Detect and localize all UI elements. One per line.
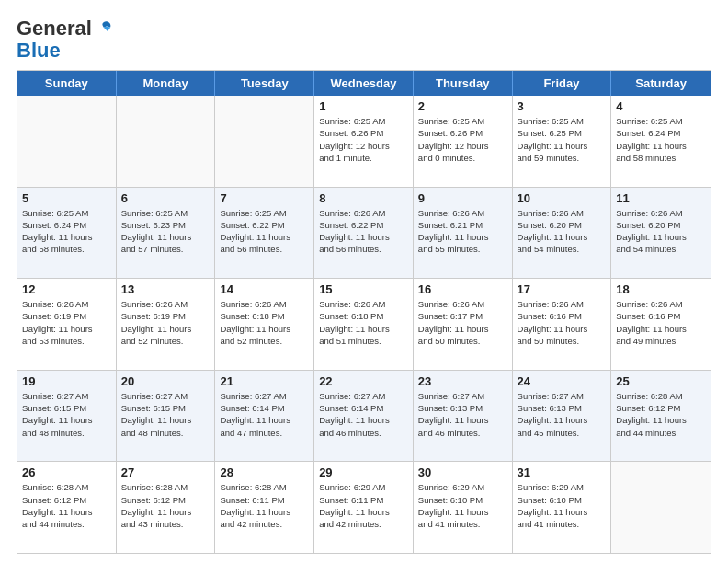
day-info: Sunrise: 6:25 AM Sunset: 6:23 PM Dayligh…: [121, 207, 210, 256]
day-info: Sunrise: 6:26 AM Sunset: 6:18 PM Dayligh…: [319, 298, 408, 347]
day-number: 7: [220, 191, 309, 205]
day-info: Sunrise: 6:27 AM Sunset: 6:13 PM Dayligh…: [518, 390, 607, 439]
empty-cell-4-6: [611, 462, 711, 553]
day-number: 16: [418, 282, 507, 296]
day-cell-8: 8Sunrise: 6:26 AM Sunset: 6:22 PM Daylig…: [314, 188, 414, 279]
day-info: Sunrise: 6:26 AM Sunset: 6:17 PM Dayligh…: [418, 298, 507, 347]
day-cell-29: 29Sunrise: 6:29 AM Sunset: 6:11 PM Dayli…: [314, 462, 414, 553]
day-info: Sunrise: 6:25 AM Sunset: 6:26 PM Dayligh…: [418, 115, 507, 164]
day-info: Sunrise: 6:25 AM Sunset: 6:24 PM Dayligh…: [22, 207, 111, 256]
day-info: Sunrise: 6:29 AM Sunset: 6:10 PM Dayligh…: [518, 481, 607, 530]
logo-bird-icon: [94, 18, 114, 39]
day-number: 19: [22, 374, 111, 388]
day-info: Sunrise: 6:26 AM Sunset: 6:19 PM Dayligh…: [22, 298, 111, 347]
day-cell-7: 7Sunrise: 6:25 AM Sunset: 6:22 PM Daylig…: [215, 188, 314, 279]
day-number: 23: [418, 374, 507, 388]
day-number: 28: [220, 465, 309, 479]
day-number: 13: [121, 282, 210, 296]
logo: General Blue: [17, 17, 114, 61]
day-cell-13: 13Sunrise: 6:26 AM Sunset: 6:19 PM Dayli…: [117, 279, 216, 370]
day-number: 27: [121, 465, 210, 479]
day-info: Sunrise: 6:29 AM Sunset: 6:10 PM Dayligh…: [418, 481, 507, 530]
logo-general-text: General: [17, 17, 92, 40]
day-info: Sunrise: 6:26 AM Sunset: 6:22 PM Dayligh…: [319, 207, 408, 256]
day-number: 10: [518, 191, 607, 205]
day-info: Sunrise: 6:25 AM Sunset: 6:22 PM Dayligh…: [220, 207, 309, 256]
day-number: 8: [319, 191, 408, 205]
day-info: Sunrise: 6:27 AM Sunset: 6:15 PM Dayligh…: [121, 390, 210, 439]
day-number: 4: [616, 99, 706, 113]
empty-cell-0-1: [117, 96, 216, 187]
week-row-1: 5Sunrise: 6:25 AM Sunset: 6:24 PM Daylig…: [17, 187, 711, 279]
day-info: Sunrise: 6:28 AM Sunset: 6:11 PM Dayligh…: [220, 481, 309, 530]
day-info: Sunrise: 6:27 AM Sunset: 6:15 PM Dayligh…: [22, 390, 111, 439]
week-row-2: 12Sunrise: 6:26 AM Sunset: 6:19 PM Dayli…: [17, 278, 711, 370]
day-cell-11: 11Sunrise: 6:26 AM Sunset: 6:20 PM Dayli…: [611, 188, 711, 279]
header: General Blue: [17, 17, 711, 61]
empty-cell-0-0: [17, 96, 117, 187]
day-number: 20: [121, 374, 210, 388]
calendar: SundayMondayTuesdayWednesdayThursdayFrid…: [17, 70, 711, 554]
day-info: Sunrise: 6:26 AM Sunset: 6:20 PM Dayligh…: [616, 207, 706, 256]
day-cell-25: 25Sunrise: 6:28 AM Sunset: 6:12 PM Dayli…: [611, 371, 711, 462]
day-number: 14: [220, 282, 309, 296]
day-cell-28: 28Sunrise: 6:28 AM Sunset: 6:11 PM Dayli…: [215, 462, 314, 553]
day-cell-3: 3Sunrise: 6:25 AM Sunset: 6:25 PM Daylig…: [513, 96, 612, 187]
week-row-4: 26Sunrise: 6:28 AM Sunset: 6:12 PM Dayli…: [17, 461, 711, 553]
day-number: 17: [518, 282, 607, 296]
day-number: 21: [220, 374, 309, 388]
day-number: 11: [616, 191, 706, 205]
day-header-wednesday: Wednesday: [314, 71, 414, 96]
day-number: 12: [22, 282, 111, 296]
day-number: 31: [518, 465, 607, 479]
day-number: 30: [418, 465, 507, 479]
empty-cell-0-2: [215, 96, 314, 187]
day-info: Sunrise: 6:29 AM Sunset: 6:11 PM Dayligh…: [319, 481, 408, 530]
day-cell-15: 15Sunrise: 6:26 AM Sunset: 6:18 PM Dayli…: [314, 279, 414, 370]
day-cell-23: 23Sunrise: 6:27 AM Sunset: 6:13 PM Dayli…: [414, 371, 513, 462]
day-cell-12: 12Sunrise: 6:26 AM Sunset: 6:19 PM Dayli…: [17, 279, 117, 370]
day-cell-6: 6Sunrise: 6:25 AM Sunset: 6:23 PM Daylig…: [117, 188, 216, 279]
day-number: 5: [22, 191, 111, 205]
day-cell-27: 27Sunrise: 6:28 AM Sunset: 6:12 PM Dayli…: [117, 462, 216, 553]
day-info: Sunrise: 6:25 AM Sunset: 6:26 PM Dayligh…: [319, 115, 408, 164]
day-number: 18: [616, 282, 706, 296]
day-number: 22: [319, 374, 408, 388]
day-header-monday: Monday: [117, 71, 216, 96]
day-header-saturday: Saturday: [611, 71, 711, 96]
day-cell-21: 21Sunrise: 6:27 AM Sunset: 6:14 PM Dayli…: [215, 371, 314, 462]
page: General Blue SundayMondayTuesdayWednesda…: [0, 0, 728, 563]
day-cell-26: 26Sunrise: 6:28 AM Sunset: 6:12 PM Dayli…: [17, 462, 117, 553]
day-header-thursday: Thursday: [414, 71, 513, 96]
day-cell-9: 9Sunrise: 6:26 AM Sunset: 6:21 PM Daylig…: [414, 188, 513, 279]
day-cell-24: 24Sunrise: 6:27 AM Sunset: 6:13 PM Dayli…: [513, 371, 612, 462]
day-info: Sunrise: 6:26 AM Sunset: 6:18 PM Dayligh…: [220, 298, 309, 347]
day-header-sunday: Sunday: [17, 71, 117, 96]
day-cell-14: 14Sunrise: 6:26 AM Sunset: 6:18 PM Dayli…: [215, 279, 314, 370]
day-info: Sunrise: 6:26 AM Sunset: 6:16 PM Dayligh…: [616, 298, 706, 347]
day-cell-19: 19Sunrise: 6:27 AM Sunset: 6:15 PM Dayli…: [17, 371, 117, 462]
day-info: Sunrise: 6:27 AM Sunset: 6:13 PM Dayligh…: [418, 390, 507, 439]
day-info: Sunrise: 6:26 AM Sunset: 6:21 PM Dayligh…: [418, 207, 507, 256]
day-cell-16: 16Sunrise: 6:26 AM Sunset: 6:17 PM Dayli…: [414, 279, 513, 370]
day-cell-18: 18Sunrise: 6:26 AM Sunset: 6:16 PM Dayli…: [611, 279, 711, 370]
day-number: 24: [518, 374, 607, 388]
day-cell-22: 22Sunrise: 6:27 AM Sunset: 6:14 PM Dayli…: [314, 371, 414, 462]
week-row-3: 19Sunrise: 6:27 AM Sunset: 6:15 PM Dayli…: [17, 370, 711, 462]
day-number: 3: [518, 99, 607, 113]
day-info: Sunrise: 6:27 AM Sunset: 6:14 PM Dayligh…: [319, 390, 408, 439]
day-info: Sunrise: 6:25 AM Sunset: 6:24 PM Dayligh…: [616, 115, 706, 164]
day-cell-20: 20Sunrise: 6:27 AM Sunset: 6:15 PM Dayli…: [117, 371, 216, 462]
day-number: 29: [319, 465, 408, 479]
logo-blue-text: Blue: [17, 40, 61, 61]
day-cell-30: 30Sunrise: 6:29 AM Sunset: 6:10 PM Dayli…: [414, 462, 513, 553]
day-cell-2: 2Sunrise: 6:25 AM Sunset: 6:26 PM Daylig…: [414, 96, 513, 187]
day-number: 2: [418, 99, 507, 113]
day-header-tuesday: Tuesday: [215, 71, 314, 96]
day-number: 1: [319, 99, 408, 113]
day-number: 26: [22, 465, 111, 479]
day-number: 15: [319, 282, 408, 296]
day-cell-31: 31Sunrise: 6:29 AM Sunset: 6:10 PM Dayli…: [513, 462, 612, 553]
day-cell-4: 4Sunrise: 6:25 AM Sunset: 6:24 PM Daylig…: [611, 96, 711, 187]
day-info: Sunrise: 6:28 AM Sunset: 6:12 PM Dayligh…: [616, 390, 706, 439]
